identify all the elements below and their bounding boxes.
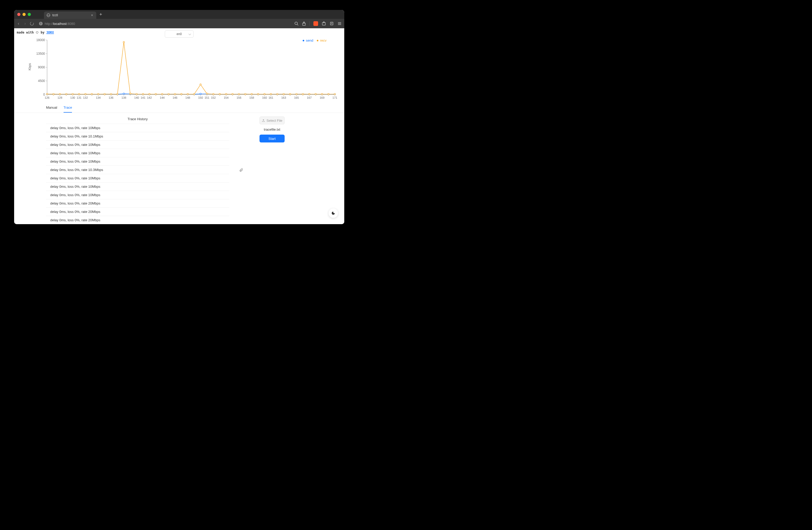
menu-icon[interactable] (337, 22, 342, 26)
tab-manual[interactable]: Manual (46, 103, 57, 113)
svg-point-168 (206, 93, 208, 95)
trace-history-row[interactable]: delay 0ms, loss 0%, rate 10Mbps (46, 174, 229, 182)
svg-point-158 (142, 94, 144, 95)
trace-history-list: delay 0ms, loss 0%, rate 10Mbpsdelay 0ms… (46, 124, 229, 224)
svg-point-154 (117, 94, 118, 95)
svg-text:151: 151 (205, 96, 209, 99)
svg-point-162 (168, 94, 170, 95)
site-info-icon[interactable]: i (39, 22, 43, 25)
legend-recv: recv (316, 39, 327, 42)
globe-icon (46, 13, 50, 17)
author-link[interactable]: 3DRX (46, 31, 54, 34)
reload-icon[interactable] (30, 21, 34, 26)
extensions-icon[interactable] (322, 22, 326, 26)
maximize-window-button[interactable] (28, 13, 31, 16)
svg-text:9000: 9000 (38, 66, 45, 69)
address-bar[interactable]: i http://localhost:8080 (37, 22, 291, 26)
svg-text:136: 136 (108, 96, 113, 99)
start-button[interactable]: Start (260, 135, 285, 142)
search-icon[interactable] (294, 22, 299, 26)
trace-history-row[interactable]: delay 0ms, loss 0%, rate 20Mbps (46, 216, 229, 224)
forward-button[interactable]: › (23, 21, 27, 26)
share-icon[interactable] (302, 22, 306, 26)
svg-point-180 (283, 94, 285, 95)
brave-shields-icon[interactable] (314, 21, 318, 26)
svg-text:13500: 13500 (37, 52, 45, 56)
close-tab-icon[interactable]: × (90, 13, 93, 17)
svg-point-182 (296, 94, 298, 95)
trace-history-row[interactable]: delay 0ms, loss 0%, rate 10.1Mbps (46, 132, 229, 141)
new-tab-button[interactable]: + (99, 12, 102, 17)
heart-icon (35, 31, 39, 34)
svg-point-146 (66, 94, 67, 95)
svg-point-0 (295, 22, 298, 25)
back-button[interactable]: ‹ (17, 21, 20, 26)
trace-history-row[interactable]: delay 0ms, loss 0%, rate 10Mbps (46, 124, 229, 132)
svg-text:131: 131 (77, 96, 81, 99)
svg-point-144 (53, 94, 54, 95)
svg-point-169 (213, 94, 214, 95)
trace-history-row[interactable]: delay 0ms, loss 0%, rate 10Mbps (46, 141, 229, 149)
svg-point-164 (181, 94, 182, 95)
svg-point-148 (78, 94, 80, 95)
select-file-button[interactable]: Select File (260, 116, 285, 124)
svg-text:130: 130 (70, 96, 75, 99)
trace-history-row[interactable]: delay 0ms, loss 0%, rate 20Mbps (46, 199, 229, 208)
window-controls (17, 13, 31, 16)
svg-text:169: 169 (320, 96, 324, 99)
svg-text:141: 141 (141, 96, 145, 99)
interface-select-value: en0 (177, 32, 182, 36)
svg-point-172 (232, 94, 233, 95)
svg-point-121 (200, 93, 201, 95)
trace-history-row[interactable]: delay 0ms, loss 0%, rate 10Mbps (46, 191, 229, 199)
svg-point-167 (200, 84, 201, 85)
legend-send: send (302, 39, 313, 42)
trace-history-row[interactable]: delay 0ms, loss 0%, rate 20Mbps (46, 208, 229, 216)
svg-text:167: 167 (307, 96, 311, 99)
svg-point-185 (315, 94, 317, 95)
svg-point-184 (308, 94, 310, 95)
svg-point-161 (161, 94, 163, 95)
svg-text:0: 0 (43, 93, 45, 96)
toolbar-separator (309, 21, 310, 26)
url-text: http://localhost:8080 (45, 22, 75, 26)
svg-text:156: 156 (236, 96, 241, 99)
svg-point-177 (264, 94, 265, 95)
svg-point-170 (219, 94, 220, 95)
trace-history-row[interactable]: delay 0ms, loss 0%, rate 10Mbps (46, 149, 229, 157)
svg-rect-4 (323, 22, 324, 23)
svg-text:163: 163 (281, 96, 286, 99)
svg-text:134: 134 (96, 96, 100, 99)
svg-point-165 (187, 94, 189, 95)
trace-history-row[interactable]: delay 0ms, loss 0%, rate 10Mbps (46, 157, 229, 166)
chart-legend: send recv (302, 39, 327, 42)
tab-title: tcctl (52, 13, 88, 17)
svg-text:142: 142 (147, 96, 152, 99)
theme-toggle-button[interactable] (329, 208, 338, 218)
close-window-button[interactable] (17, 13, 20, 16)
svg-point-188 (334, 94, 336, 95)
svg-text:154: 154 (224, 96, 228, 99)
svg-point-153 (111, 94, 112, 95)
svg-point-163 (174, 94, 176, 95)
svg-point-181 (289, 94, 291, 95)
trace-history-row[interactable]: delay 0ms, loss 0%, rate 10Mbps (46, 182, 229, 191)
svg-point-109 (123, 93, 125, 95)
svg-text:161: 161 (269, 96, 273, 99)
titlebar: tcctl × + (14, 10, 344, 19)
minimize-window-button[interactable] (23, 13, 26, 16)
browser-tab[interactable]: tcctl × (44, 12, 96, 19)
svg-text:18000: 18000 (37, 38, 45, 42)
chart-svg: 0450090001350018000Kbps12612813013113213… (16, 37, 342, 102)
browser-toolbar: ‹ › i http://localhost:8080 (14, 19, 344, 28)
trace-panel: Trace History delay 0ms, loss 0%, rate 1… (14, 113, 344, 224)
reading-list-icon[interactable] (330, 22, 334, 26)
svg-line-1 (297, 24, 298, 25)
svg-text:146: 146 (173, 96, 177, 99)
svg-point-179 (276, 94, 278, 95)
trace-history: Trace History delay 0ms, loss 0%, rate 1… (46, 116, 229, 224)
tab-trace[interactable]: Trace (63, 103, 72, 113)
attachment-icon[interactable] (239, 168, 243, 173)
svg-text:138: 138 (121, 96, 126, 99)
trace-history-row[interactable]: delay 0ms, loss 0%, rate 10.3Mbps (46, 166, 229, 174)
